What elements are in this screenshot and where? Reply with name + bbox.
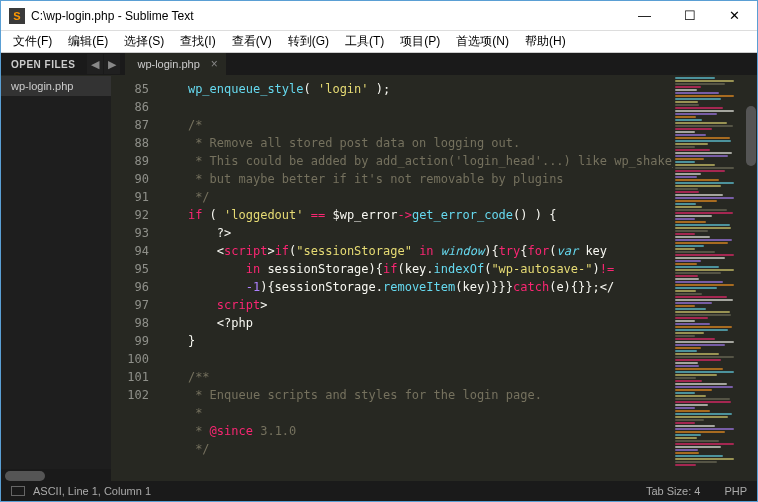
status-language[interactable]: PHP xyxy=(724,485,747,497)
menu-help[interactable]: 帮助(H) xyxy=(517,31,574,52)
menu-view[interactable]: 查看(V) xyxy=(224,31,280,52)
menu-goto[interactable]: 转到(G) xyxy=(280,31,337,52)
status-position[interactable]: ASCII, Line 1, Column 1 xyxy=(33,485,151,497)
scrollbar-thumb[interactable] xyxy=(5,471,45,481)
status-bar: ASCII, Line 1, Column 1 Tab Size: 4 PHP xyxy=(1,481,757,501)
minimap[interactable] xyxy=(673,76,745,483)
menu-edit[interactable]: 编辑(E) xyxy=(60,31,116,52)
tab-nav-arrows: ◀ ▶ xyxy=(87,54,121,74)
sidebar-file-item[interactable]: wp-login.php xyxy=(1,76,111,96)
menu-preferences[interactable]: 首选项(N) xyxy=(448,31,517,52)
tab-active[interactable]: wp-login.php × xyxy=(125,53,225,75)
tab-bar: OPEN FILES ◀ ▶ wp-login.php × xyxy=(1,53,757,75)
minimize-button[interactable]: — xyxy=(622,1,667,30)
tab-prev-icon[interactable]: ◀ xyxy=(87,54,103,74)
menu-file[interactable]: 文件(F) xyxy=(5,31,60,52)
window-title: C:\wp-login.php - Sublime Text xyxy=(31,9,622,23)
menu-bar: 文件(F) 编辑(E) 选择(S) 查找(I) 查看(V) 转到(G) 工具(T… xyxy=(1,31,757,53)
status-tabsize[interactable]: Tab Size: 4 xyxy=(646,485,700,497)
close-button[interactable]: ✕ xyxy=(712,1,757,30)
menu-select[interactable]: 选择(S) xyxy=(116,31,172,52)
maximize-button[interactable]: ☐ xyxy=(667,1,712,30)
scrollbar-thumb[interactable] xyxy=(746,106,756,166)
title-bar: C:\wp-login.php - Sublime Text — ☐ ✕ xyxy=(1,1,757,31)
menu-find[interactable]: 查找(I) xyxy=(172,31,223,52)
status-icon[interactable] xyxy=(11,486,25,496)
close-icon[interactable]: × xyxy=(211,57,218,71)
vertical-scrollbar[interactable] xyxy=(745,76,757,483)
sidebar: wp-login.php xyxy=(1,76,111,483)
app-icon xyxy=(9,8,25,24)
line-number-gutter: 858687888990919293949596979899100101102 xyxy=(111,76,159,483)
window-controls: — ☐ ✕ xyxy=(622,1,757,30)
tab-next-icon[interactable]: ▶ xyxy=(104,54,120,74)
editor-area: 858687888990919293949596979899100101102 … xyxy=(111,76,757,483)
tab-label: wp-login.php xyxy=(137,58,199,70)
menu-project[interactable]: 项目(P) xyxy=(392,31,448,52)
code-content[interactable]: wp_enqueue_style( 'login' ); /* * Remove… xyxy=(159,76,673,483)
menu-tools[interactable]: 工具(T) xyxy=(337,31,392,52)
open-files-label: OPEN FILES xyxy=(1,59,85,70)
